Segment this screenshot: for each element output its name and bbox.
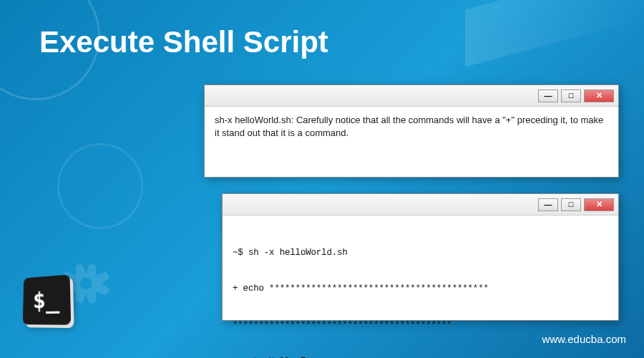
decorative-circle	[57, 143, 143, 229]
window-content: sh-x helloWorld.sh: Carefully notice tha…	[205, 107, 618, 147]
window-titlebar[interactable]: — ☐ ✕	[223, 194, 618, 216]
terminal-line: + echo *********************************…	[233, 283, 608, 295]
shell-prompt-icon: $_	[23, 274, 71, 324]
maximize-button[interactable]: ☐	[561, 198, 581, 211]
website-url: www.educba.com	[542, 333, 626, 345]
window-titlebar[interactable]: — ☐ ✕	[205, 85, 618, 107]
maximize-button[interactable]: ☐	[561, 90, 581, 102]
terminal-window: — ☐ ✕ ~$ sh -x helloWorld.sh + echo ****…	[222, 193, 619, 321]
minimize-button[interactable]: —	[538, 198, 558, 211]
page-title: Execute Shell Script	[39, 25, 328, 59]
minimize-button[interactable]: —	[538, 90, 558, 102]
description-window: — ☐ ✕ sh-x helloWorld.sh: Carefully noti…	[204, 84, 619, 178]
shell-script-icon: $_	[21, 276, 82, 337]
close-button[interactable]: ✕	[584, 90, 614, 102]
terminal-line: ****************************************…	[233, 319, 608, 332]
close-button[interactable]: ✕	[584, 198, 614, 211]
decorative-swoosh	[465, 0, 644, 67]
terminal-line: ~$ sh -x helloWorld.sh	[233, 247, 608, 259]
terminal-line: + echo Hello Everyone	[233, 356, 608, 358]
